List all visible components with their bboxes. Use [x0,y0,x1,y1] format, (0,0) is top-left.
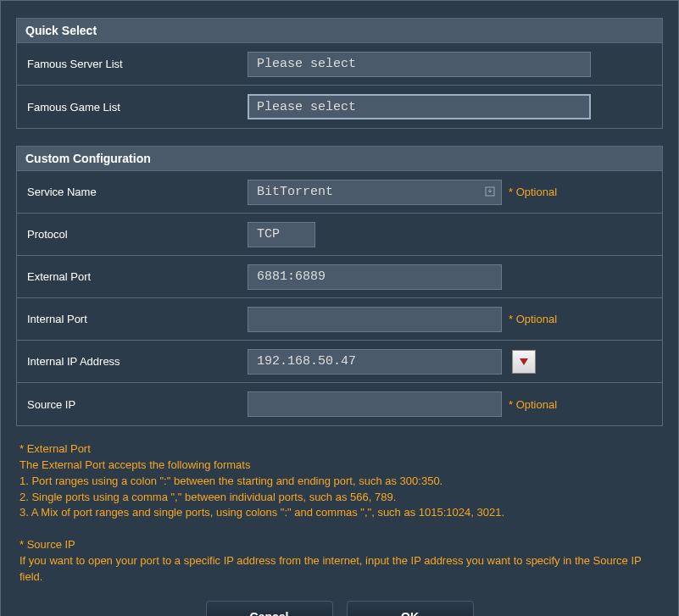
source-ip-label: Source IP [17,390,237,419]
external-port-row: External Port [17,256,662,298]
internal-port-row: Internal Port * Optional [17,298,662,341]
internal-ip-label: Internal IP Address [17,347,237,376]
service-name-row: Service Name * Optional [17,171,662,214]
internal-ip-dropdown-button[interactable] [512,350,536,374]
help-source-body: If you want to open your port to a speci… [19,553,660,585]
custom-config-section: Custom Configuration Service Name * Opti… [16,146,663,426]
dialog-container: Quick Select Famous Server List Please s… [0,0,679,616]
protocol-row: Protocol TCP [17,214,662,256]
source-ip-input[interactable] [248,391,502,417]
famous-server-label: Famous Server List [17,49,237,79]
famous-server-row: Famous Server List Please select [17,43,662,86]
custom-config-header: Custom Configuration [17,147,662,171]
help-external-line2: 2. Single ports using a comma "," betwee… [19,490,660,506]
internal-port-input[interactable] [248,307,502,332]
service-name-label: Service Name [17,177,237,207]
quick-select-header: Quick Select [17,19,662,43]
cancel-button[interactable]: Cancel [206,601,333,616]
help-external-line3: 3. A Mix of port ranges and single ports… [19,505,660,521]
help-text: * External Port The External Port accept… [19,441,660,585]
service-name-input[interactable] [248,180,502,205]
famous-game-label: Famous Game List [17,92,237,122]
famous-server-select[interactable]: Please select [248,52,591,77]
source-ip-row: Source IP * Optional [17,383,662,425]
service-name-optional: * Optional [509,186,557,198]
help-source-title: * Source IP [19,537,660,553]
internal-ip-input[interactable] [248,349,502,375]
protocol-select[interactable]: TCP [248,222,315,247]
famous-game-row: Famous Game List Please select [17,86,662,128]
external-port-label: External Port [17,262,237,291]
ok-button[interactable]: OK [347,601,474,616]
source-ip-optional: * Optional [509,398,557,411]
internal-ip-row: Internal IP Address [17,341,662,383]
svg-marker-1 [520,358,528,365]
external-port-input[interactable] [248,264,502,290]
famous-game-select[interactable]: Please select [248,94,591,119]
help-external-line0: The External Port accepts the following … [19,458,660,474]
help-external-title: * External Port [19,441,660,458]
button-bar: Cancel OK [1,601,678,616]
help-external-line1: 1. Port ranges using a colon ":" between… [19,474,660,490]
internal-port-label: Internal Port [17,304,237,334]
internal-port-optional: * Optional [509,313,557,325]
chevron-down-icon [520,358,528,365]
quick-select-section: Quick Select Famous Server List Please s… [16,18,663,129]
protocol-label: Protocol [17,219,237,249]
